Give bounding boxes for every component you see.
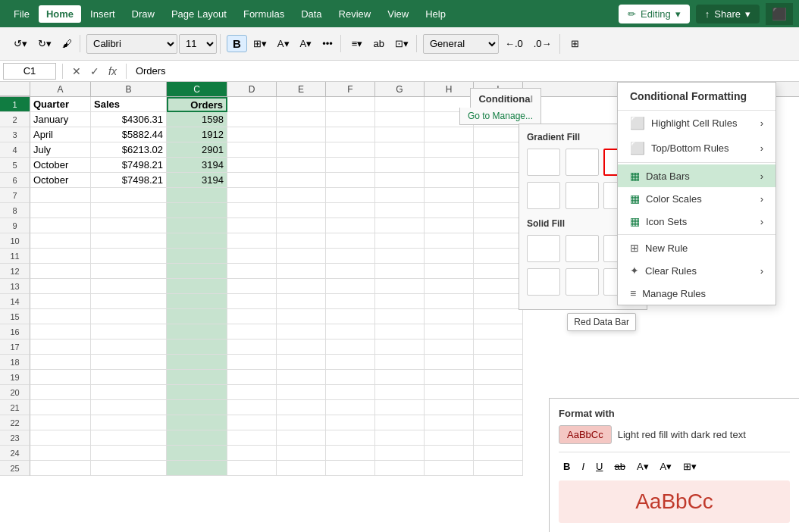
cell-r17-c6[interactable] [326,340,375,355]
cell-r15-c2[interactable] [91,309,167,324]
row-num-15[interactable]: 15 [0,309,30,324]
cell-r24-c1[interactable] [30,446,91,461]
cell-r5-c1[interactable]: October [30,158,91,173]
cell-r15-c7[interactable] [375,309,425,324]
cell-r4-c4[interactable] [227,142,277,158]
fmt-bold[interactable]: B [559,458,575,474]
cell-r5-c9[interactable] [474,158,523,173]
cell-r23-c5[interactable] [277,430,326,446]
undo-button[interactable]: ↺▾ [9,35,32,52]
cell-r21-c8[interactable] [425,400,474,415]
cell-r1-c2[interactable]: Sales [91,97,167,112]
cell-r6-c5[interactable] [277,173,326,188]
cell-r9-c1[interactable] [30,218,91,233]
format-preview-box[interactable]: AaBbCc [559,425,612,444]
cell-r2-c3[interactable]: 1598 [167,112,227,127]
row-num-5[interactable]: 5 [0,158,30,173]
cell-r18-c4[interactable] [227,355,277,370]
merge-button[interactable]: ⊡▾ [390,35,413,52]
cell-r7-c3[interactable] [167,188,227,203]
cell-r13-c6[interactable] [326,279,375,294]
cell-r25-c6[interactable] [326,461,375,476]
format-painter-button[interactable]: 🖌 [58,35,77,52]
data-bars-item[interactable]: ▦ Data Bars › [618,164,776,187]
font-select[interactable]: Calibri [86,34,177,54]
cell-r16-c8[interactable] [425,324,474,340]
row-num-8[interactable]: 8 [0,203,30,218]
cell-r21-c1[interactable] [30,400,91,415]
cell-r13-c9[interactable] [474,279,523,294]
cell-r25-c5[interactable] [277,461,326,476]
cell-r10-c2[interactable] [91,233,167,249]
cell-r22-c3[interactable] [167,415,227,430]
fmt-italic[interactable]: I [577,458,589,474]
share-button[interactable]: ↑ Share ▾ [696,5,760,23]
cell-r15-c5[interactable] [277,309,326,324]
cell-r21-c7[interactable] [375,400,425,415]
editing-button[interactable]: ✏ Editing ▾ [619,5,690,23]
cell-r2-c2[interactable]: $4306.31 [91,112,167,127]
cell-r25-c9[interactable] [474,461,523,476]
cell-r22-c2[interactable] [91,415,167,430]
cell-r17-c4[interactable] [227,340,277,355]
cell-r12-c8[interactable] [425,264,474,279]
cell-r5-c4[interactable] [227,158,277,173]
cell-r10-c7[interactable] [375,233,425,249]
cell-r16-c4[interactable] [227,324,277,340]
cell-r11-c9[interactable] [474,249,523,264]
fill-color-button[interactable]: A▾ [273,35,294,52]
cell-r18-c1[interactable] [30,355,91,370]
row-num-21[interactable]: 21 [0,400,30,415]
row-num-19[interactable]: 19 [0,370,30,385]
row-num-25[interactable]: 25 [0,461,30,476]
cell-r10-c5[interactable] [277,233,326,249]
cell-r11-c3[interactable] [167,249,227,264]
cell-r12-c7[interactable] [375,264,425,279]
cell-r15-c1[interactable] [30,309,91,324]
col-header-e[interactable]: E [277,82,326,96]
confirm-icon[interactable]: ✓ [87,64,102,79]
cell-r5-c3[interactable]: 3194 [167,158,227,173]
cell-r12-c3[interactable] [167,264,227,279]
cell-r13-c8[interactable] [425,279,474,294]
row-num-24[interactable]: 24 [0,446,30,461]
cell-r20-c1[interactable] [30,385,91,400]
cell-r3-c3[interactable]: 1912 [167,127,227,142]
row-num-2[interactable]: 2 [0,112,30,127]
solid-purple2-icon[interactable] [566,268,599,296]
cell-r6-c3[interactable]: 3194 [167,173,227,188]
cell-r9-c7[interactable] [375,218,425,233]
row-num-12[interactable]: 12 [0,264,30,279]
cell-r3-c8[interactable] [425,127,474,142]
row-num-11[interactable]: 11 [0,249,30,264]
cell-r2-c1[interactable]: January [30,112,91,127]
cell-r19-c4[interactable] [227,370,277,385]
cell-r21-c2[interactable] [91,400,167,415]
menu-insert[interactable]: Insert [83,5,123,23]
menu-draw[interactable]: Draw [124,5,162,23]
cell-r10-c8[interactable] [425,233,474,249]
cell-r9-c4[interactable] [227,218,277,233]
cell-r14-c8[interactable] [425,294,474,309]
menu-home[interactable]: Home [39,5,81,23]
row-num-4[interactable]: 4 [0,142,30,158]
cell-r7-c7[interactable] [375,188,425,203]
cell-r13-c4[interactable] [227,279,277,294]
cell-r9-c8[interactable] [425,218,474,233]
cell-r24-c4[interactable] [227,446,277,461]
cell-r1-c3[interactable]: Orders [167,97,227,112]
new-rule-item[interactable]: ⊞ New Rule [618,236,776,259]
cell-r17-c3[interactable] [167,340,227,355]
cell-r23-c8[interactable] [425,430,474,446]
cell-r4-c6[interactable] [326,142,375,158]
col-header-d[interactable]: D [227,82,277,96]
cell-r15-c8[interactable] [425,309,474,324]
cell-r19-c7[interactable] [375,370,425,385]
cell-r13-c5[interactable] [277,279,326,294]
cell-r5-c2[interactable]: $7498.21 [91,158,167,173]
cell-r12-c4[interactable] [227,264,277,279]
cell-r8-c6[interactable] [326,203,375,218]
cell-r4-c8[interactable] [425,142,474,158]
cell-r5-c5[interactable] [277,158,326,173]
row-num-22[interactable]: 22 [0,415,30,430]
